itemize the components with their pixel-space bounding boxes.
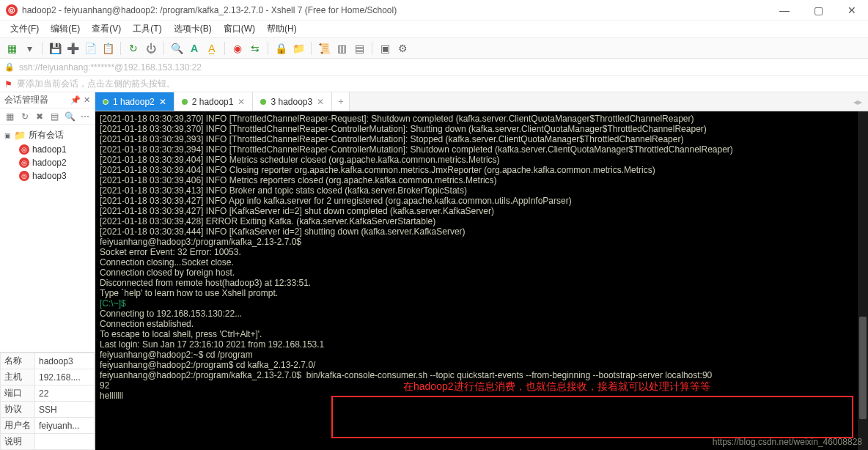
tree-refresh-icon[interactable]: ↻	[19, 111, 29, 122]
font-icon[interactable]: A	[187, 41, 202, 56]
prop-key: 名称	[1, 353, 35, 369]
flag-icon: ⚑	[4, 79, 12, 89]
session-label: hadoop1	[32, 144, 67, 155]
paste-icon[interactable]: 📋	[100, 41, 115, 56]
save-icon[interactable]: 💾	[48, 41, 62, 56]
new-session-icon[interactable]: ▦	[4, 41, 19, 56]
layout-v-icon[interactable]: ▤	[352, 41, 367, 56]
terminal-line: Connection closed by foreign host.	[100, 268, 864, 278]
terminal-line: [2021-01-18 03:30:39,428] ERROR Exiting …	[100, 216, 864, 226]
session-manager-icon[interactable]: ▣	[378, 41, 392, 56]
session-item-hadoop3[interactable]: ◎ hadoop3	[3, 169, 92, 182]
prop-key: 端口	[1, 386, 35, 402]
scrollbar[interactable]	[858, 111, 868, 450]
plus-icon[interactable]: ➕	[65, 41, 80, 56]
menu-view[interactable]: 查看(V)	[87, 21, 125, 37]
dropdown-icon[interactable]: ▾	[22, 41, 37, 56]
tab-hadoop1[interactable]: 2 hadoop1 ✕	[174, 92, 254, 111]
menu-edit[interactable]: 编辑(E)	[46, 21, 84, 37]
terminal-line: Connecting to 192.168.153.130:22...	[100, 309, 864, 319]
maximize-button[interactable]: ▢	[808, 4, 828, 16]
local-prompt: [C:\~]$	[100, 298, 864, 309]
add-tab-button[interactable]: ＋	[332, 92, 350, 111]
session-label: hadoop3	[32, 171, 67, 181]
new-folder-icon[interactable]: ▦	[4, 111, 15, 122]
menu-file[interactable]: 文件(F)	[6, 21, 43, 37]
annotation-text: 在hadoop2进行信息消费，也就信息接收，接着就可以处理计算等等	[403, 381, 710, 391]
reconnect-icon[interactable]: ↻	[126, 41, 141, 56]
tab-nav-icon[interactable]: ◂▸	[847, 92, 868, 111]
minimize-button[interactable]: —	[774, 4, 795, 16]
prop-row: 用户名feiyuanh...	[1, 418, 95, 434]
address-bar: 🔒 ssh://feiyuanhang:*******@192.168.153.…	[0, 59, 868, 76]
address-input[interactable]: ssh://feiyuanhang:*******@192.168.153.13…	[19, 62, 202, 73]
prop-key: 说明	[1, 434, 35, 450]
terminal-line: [2021-01-18 03:30:39,413] INFO Broker an…	[100, 185, 864, 196]
prop-val: hadoop3	[35, 353, 95, 369]
disconnect-icon[interactable]: ⏻	[144, 41, 158, 56]
prop-key: 协议	[1, 402, 35, 418]
pin-icon[interactable]: 📌	[70, 95, 81, 105]
window-buttons: — ▢ ✕	[774, 4, 862, 16]
session-toolbar: ▦ ↻ ✖ ▤ 🔍 ⋯	[0, 108, 95, 125]
tab-label: 1 hadoop2	[113, 97, 155, 107]
tab-strip: 1 hadoop2 ✕ 2 hadoop1 ✕ 3 hadoop3 ✕ ＋ ◂▸	[95, 92, 868, 111]
scrollbar-thumb[interactable]	[859, 317, 867, 419]
tab-close-icon[interactable]: ✕	[159, 97, 166, 107]
menu-window[interactable]: 窗口(W)	[219, 21, 260, 37]
session-item-hadoop1[interactable]: ◎ hadoop1	[3, 143, 92, 156]
layout-h-icon[interactable]: ▥	[334, 41, 349, 56]
prop-row: 名称hadoop3	[1, 353, 95, 369]
highlight-icon[interactable]: A̲	[205, 41, 219, 56]
transfer-icon[interactable]: ⇆	[248, 41, 262, 56]
session-item-hadoop2[interactable]: ◎ hadoop2	[3, 156, 92, 169]
folder-icon[interactable]: 📁	[291, 41, 306, 56]
terminal-line: feiyuanhang@hadoop3:/program/kafka_2.13-…	[100, 237, 864, 247]
session-manager-title: 会话管理器	[4, 94, 48, 106]
tree-search-icon[interactable]: 🔍	[65, 111, 76, 122]
tab-label: 3 hadoop3	[271, 97, 312, 107]
session-manager-header: 会话管理器 📌 ✕	[0, 92, 95, 108]
separator	[372, 42, 372, 55]
find-icon[interactable]: 🔍	[169, 41, 184, 56]
copy-icon[interactable]: 📄	[83, 41, 98, 56]
terminal-line: [2021-01-18 03:30:39,393] INFO [Throttle…	[100, 134, 864, 144]
close-button[interactable]: ✕	[842, 4, 862, 16]
tree-delete-icon[interactable]: ✖	[34, 111, 45, 122]
prop-row: 说明	[1, 434, 95, 450]
settings-icon[interactable]: ⚙	[395, 41, 410, 56]
collapse-icon[interactable]: ▣	[4, 132, 11, 139]
menu-tabs[interactable]: 选项卡(B)	[169, 21, 216, 37]
separator	[311, 42, 312, 55]
terminal-line: Type `help' to learn how to use Xshell p…	[100, 288, 864, 298]
menu-help[interactable]: 帮助(H)	[262, 21, 301, 37]
terminal-line: To escape to local shell, press 'Ctrl+Al…	[100, 329, 864, 339]
script-icon[interactable]: 📜	[317, 41, 331, 56]
terminal-line: [2021-01-18 03:30:39,444] INFO [KafkaSer…	[100, 226, 864, 237]
tree-root[interactable]: ▣ 📁 所有会话	[3, 128, 92, 143]
tab-close-icon[interactable]: ✕	[238, 97, 245, 107]
lock-icon: 🔒	[4, 62, 15, 72]
panel-close-icon[interactable]: ✕	[84, 95, 90, 105]
tab-close-icon[interactable]: ✕	[317, 97, 324, 107]
lock-icon[interactable]: 🔒	[273, 41, 288, 56]
terminal-line: Connection closing...Socket close.	[100, 257, 864, 268]
prop-row: 端口22	[1, 386, 95, 402]
prop-val: 22	[35, 386, 95, 402]
prop-val	[35, 434, 95, 450]
prop-row: 主机192.168....	[1, 369, 95, 386]
tree-root-label: 所有会话	[29, 129, 64, 141]
watermark: https://blog.csdn.net/weixin_46008828	[713, 437, 862, 447]
status-dot-icon	[103, 99, 108, 105]
tree-more-icon[interactable]: ⋯	[80, 111, 90, 122]
main-row: 会话管理器 📌 ✕ ▦ ↻ ✖ ▤ 🔍 ⋯ ▣ 📁 所有会话 ◎ hadoop1	[0, 92, 868, 450]
terminal[interactable]: [2021-01-18 03:30:39,370] INFO [Throttle…	[95, 111, 868, 450]
tab-hadoop2[interactable]: 1 hadoop2 ✕	[95, 92, 174, 111]
menu-tools[interactable]: 工具(T)	[128, 21, 166, 37]
tab-hadoop3[interactable]: 3 hadoop3 ✕	[253, 92, 332, 111]
terminal-line: feiyuanhang@hadoop2:/program/kafka_2.13-…	[100, 370, 864, 380]
tree-view-icon[interactable]: ▤	[49, 111, 59, 122]
status-dot-icon	[260, 99, 266, 105]
xftp-icon[interactable]: ◉	[230, 41, 245, 56]
terminal-line: Socket error Event: 32 Error: 10053.	[100, 247, 864, 257]
